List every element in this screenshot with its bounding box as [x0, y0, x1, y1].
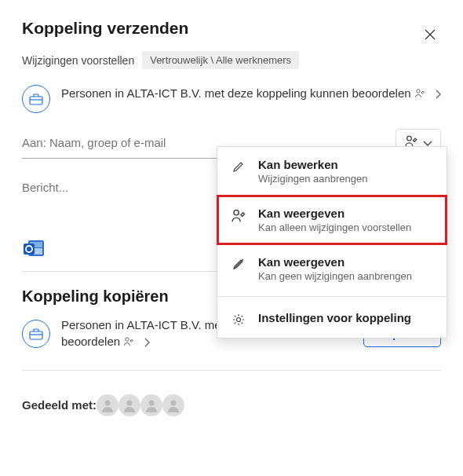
svg-point-15	[127, 400, 133, 405]
svg-point-5	[407, 136, 412, 141]
confidentiality-badge: Vertrouwelijk \ Alle werknemers	[142, 51, 299, 69]
permission-dropdown-menu: Kan bewerken Wijzigingen aanbrengen Kan …	[217, 146, 447, 339]
link-permissions-label: Personen in ALTA-ICT B.V. met deze koppe…	[61, 86, 411, 100]
svg-point-20	[237, 318, 241, 322]
permission-option-sub: Kan geen wijzigingen aanbrengen	[258, 270, 434, 282]
org-briefcase-icon	[22, 320, 50, 348]
chevron-right-icon	[144, 335, 150, 351]
avatar[interactable]	[162, 394, 184, 416]
shared-with-label: Gedeeld met:	[22, 398, 97, 412]
svg-rect-2	[30, 97, 42, 104]
link-settings-label: Instellingen voor koppeling	[258, 311, 434, 324]
review-person-icon	[414, 86, 425, 103]
permission-option-edit[interactable]: Kan bewerken Wijzigingen aanbrengen	[217, 147, 447, 196]
section-divider	[22, 370, 441, 371]
link-settings-option[interactable]: Instellingen voor koppeling	[217, 300, 447, 338]
svg-point-4	[417, 89, 420, 92]
svg-point-17	[171, 400, 177, 405]
pencil-icon	[230, 159, 247, 174]
pencil-disabled-icon	[230, 257, 247, 271]
link-permissions-text: Personen in ALTA-ICT B.V. met deze koppe…	[61, 85, 441, 103]
avatar[interactable]	[97, 394, 118, 416]
shared-with-row: Gedeeld met:	[22, 394, 441, 416]
permission-option-title: Kan weergeven	[258, 207, 434, 220]
close-button[interactable]	[419, 24, 441, 48]
chevron-right-icon	[435, 86, 441, 103]
svg-rect-11	[30, 331, 42, 339]
subtitle-text: Wijzigingen voorstellen	[22, 54, 134, 67]
link-permissions-summary[interactable]: Personen in ALTA-ICT B.V. met deze koppe…	[22, 85, 441, 113]
subtitle-row: Wijzigingen voorstellen Vertrouwelijk \ …	[22, 51, 441, 69]
gear-icon	[230, 313, 247, 327]
permission-option-review[interactable]: Kan weergeven Kan alleen wijzigingen voo…	[217, 196, 447, 244]
svg-point-18	[234, 211, 239, 215]
svg-point-16	[149, 400, 155, 405]
permission-option-title: Kan bewerken	[258, 158, 434, 171]
svg-point-14	[105, 400, 111, 405]
permission-option-sub: Wijzigingen aanbrengen	[258, 173, 434, 185]
outlook-icon[interactable]	[22, 236, 46, 260]
permission-option-view[interactable]: Kan weergeven Kan geen wijzigingen aanbr…	[217, 244, 447, 293]
dialog-header: Koppeling verzenden	[22, 19, 441, 48]
close-icon	[424, 28, 436, 41]
avatar[interactable]	[118, 394, 140, 416]
org-briefcase-icon	[22, 85, 50, 113]
person-review-icon	[230, 208, 247, 224]
review-person-icon	[123, 335, 134, 351]
svg-line-19	[234, 259, 243, 269]
svg-point-13	[126, 337, 129, 340]
permission-option-title: Kan weergeven	[258, 255, 434, 269]
dropdown-separator	[217, 296, 447, 297]
dialog-title: Koppeling verzenden	[22, 19, 188, 38]
avatar[interactable]	[140, 394, 162, 416]
permission-option-sub: Kan alleen wijzigingen voorstellen	[258, 222, 434, 233]
